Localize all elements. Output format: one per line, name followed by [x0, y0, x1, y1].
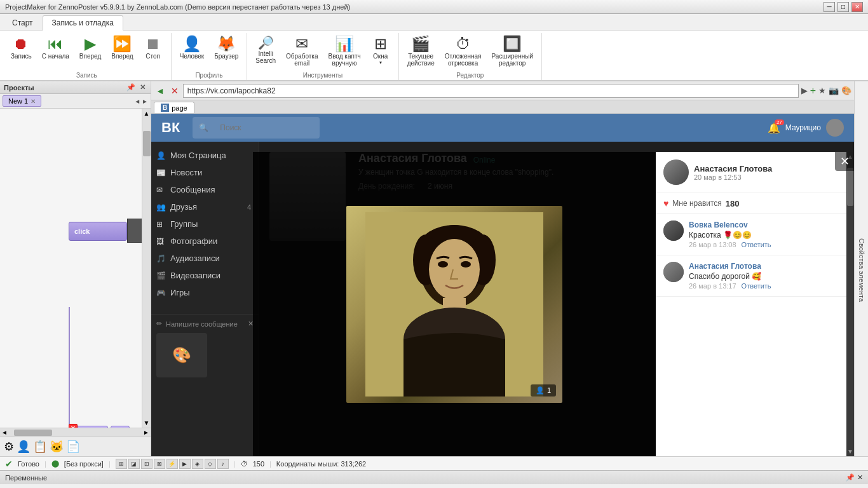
variables-close-button[interactable]: ✕: [857, 473, 863, 482]
node-red-x[interactable]: ✕: [69, 424, 78, 428]
resize-handle[interactable]: [130, 426, 135, 428]
browser-nav: ◄ ✕ ▶ + ★ 📷 🎨: [151, 81, 854, 100]
browser-button[interactable]: 🦊 Браузер: [210, 33, 243, 63]
vk-nav-photos[interactable]: 🖼 Фотографии: [151, 233, 259, 250]
panel-pin-button[interactable]: 📌: [125, 83, 137, 92]
delayed-draw-button[interactable]: ⏱ Отложеннаяотрисовка: [440, 33, 486, 70]
vscroll-up[interactable]: ▲: [142, 109, 151, 118]
vscroll-thumb[interactable]: [143, 131, 151, 156]
hscroll-left[interactable]: ◄: [1, 429, 8, 436]
current-action-button[interactable]: 🎬 Текущеедействие: [403, 33, 439, 70]
project-tab-new1[interactable]: New 1 ✕: [3, 95, 41, 107]
hscroll-thumb[interactable]: [14, 430, 52, 436]
record-button[interactable]: ⏺ Запись: [6, 33, 36, 63]
tab-arrow-left[interactable]: ◄: [134, 98, 140, 105]
comment-1-text: Красотка 🌹😊😊: [689, 231, 839, 240]
svg-point-8: [461, 261, 471, 268]
browser-tab-icon: B: [161, 104, 169, 112]
node-click1[interactable]: click: [69, 222, 127, 241]
panel-close-button[interactable]: ✕: [139, 83, 147, 92]
status-icon-3[interactable]: ⊡: [141, 459, 153, 469]
status-icon-8[interactable]: ◇: [205, 459, 216, 469]
status-toolbar-icons: ⊞ ◪ ⊡ ⊠ ⚡ ▶ ◈ ◇ ♪: [116, 459, 229, 469]
advanced-editor-button[interactable]: 🔲 Расширенныйредактор: [487, 33, 538, 70]
tab-start[interactable]: Старт: [3, 15, 43, 30]
comment-1-reply[interactable]: Ответить: [742, 241, 771, 248]
status-proxy: [Без прокси]: [64, 460, 104, 468]
status-icon-5[interactable]: ⚡: [166, 459, 178, 469]
cat-icon[interactable]: 🐱: [50, 440, 64, 454]
lightbox-close-button[interactable]: ✕: [835, 152, 854, 171]
vscroll-down[interactable]: ▼: [142, 418, 151, 428]
minimize-button[interactable]: ─: [824, 2, 835, 12]
vk-nav-news-label: Новости: [170, 168, 202, 177]
variables-pin-button[interactable]: 📌: [846, 473, 855, 482]
tab-arrow-right[interactable]: ►: [142, 98, 148, 105]
vk-nav-messages[interactable]: ✉ Сообщения: [151, 181, 259, 198]
list-icon[interactable]: 📄: [66, 440, 80, 454]
nav-stop-button[interactable]: ✕: [169, 86, 180, 96]
like-heart-icon[interactable]: ♥: [663, 198, 668, 208]
status-speed: 150: [253, 460, 264, 468]
status-icon-1[interactable]: ⊞: [116, 459, 127, 469]
maximize-button[interactable]: □: [837, 2, 849, 12]
photo-image[interactable]: 👤 1: [346, 206, 562, 403]
nav-go-button[interactable]: ▶: [801, 86, 808, 95]
comment-2-reply[interactable]: Ответить: [742, 282, 771, 290]
vk-nav-news[interactable]: 📰 Новости: [151, 164, 259, 181]
comment-2-author[interactable]: Анастасия Глотова: [689, 262, 839, 271]
browser-tab-page[interactable]: B page: [154, 102, 194, 113]
vk-nav-audio[interactable]: 🎵 Аудиозаписи: [151, 250, 259, 267]
nav-screenshot-button[interactable]: 📷: [829, 86, 839, 95]
user-icon[interactable]: 👤: [17, 440, 31, 454]
stop-button[interactable]: ⏹ Стоп: [139, 33, 167, 63]
forward-button[interactable]: ▶ Вперед: [75, 33, 105, 63]
vk-search-input[interactable]: [212, 119, 308, 136]
main-content: Проекты 📌 ✕ New 1 ✕ ◄ ► click: [0, 81, 868, 456]
close-button[interactable]: ✕: [851, 2, 863, 12]
vk-nav-friends-label: Друзья: [170, 202, 197, 212]
windows-button[interactable]: ⊞ Окна ▾: [367, 33, 395, 69]
status-icon-4[interactable]: ⊠: [154, 459, 165, 469]
nav-bookmark-button[interactable]: ★: [818, 86, 826, 95]
connector-line-1: [69, 307, 70, 424]
person-button[interactable]: 👤 Человек: [175, 33, 209, 63]
person-count-icon: 👤: [536, 386, 545, 395]
properties-label[interactable]: Свойства элемента: [855, 236, 868, 304]
address-bar[interactable]: [183, 84, 799, 98]
vk-nav-video[interactable]: 🎬 Видеозаписи: [151, 267, 259, 284]
nav-back-button[interactable]: ◄: [154, 86, 166, 96]
comment-1-author[interactable]: Вовка Belencov: [689, 220, 839, 229]
email-process-button[interactable]: ✉ Обработкаemail: [281, 33, 322, 70]
status-icon-9[interactable]: ♪: [217, 459, 229, 469]
nav-add-button[interactable]: +: [810, 85, 816, 97]
status-icon-7[interactable]: ◈: [192, 459, 203, 469]
status-icon-6[interactable]: ▶: [179, 459, 191, 469]
intelli-search-button[interactable]: 🔎 IntelliSearch: [251, 33, 280, 67]
vk-sidebar: 👤 Моя Страница 📰 Новости ✉ Сообщения 👥 Д…: [151, 142, 259, 456]
vk-nav-friends[interactable]: 👥 Друзья 4: [151, 198, 259, 215]
photo-comment-2: Анастасия Глотова Спасибо дорогой 🥰 26 м…: [656, 255, 846, 297]
canvas-hscroll[interactable]: ◄ ►: [0, 428, 151, 437]
from-start-button[interactable]: ⏮ С начала: [37, 33, 74, 63]
photo-likes-row: ♥ Мне нравится 180: [656, 193, 846, 214]
canvas-vscroll[interactable]: ▲ ▼: [142, 109, 151, 428]
photo-author-name[interactable]: Анастасия Глотова: [694, 164, 772, 173]
vk-scroll-down[interactable]: ▼: [846, 447, 854, 456]
notes-icon[interactable]: 📋: [33, 440, 47, 454]
vk-content: 👤 Моя Страница 📰 Новости ✉ Сообщения 👥 Д…: [151, 142, 854, 456]
status-icon-2[interactable]: ◪: [128, 459, 140, 469]
vk-nav-games[interactable]: 🎮 Игры: [151, 284, 259, 301]
vk-scrollbar[interactable]: ▲ ▼: [846, 152, 854, 456]
hscroll-right[interactable]: ►: [143, 429, 149, 436]
vk-nav-my-page[interactable]: 👤 Моя Страница: [151, 147, 259, 164]
nav-color-button[interactable]: 🎨: [841, 86, 851, 95]
node-equals2[interactable]: =): [111, 426, 130, 428]
vk-scroll-thumb[interactable]: [847, 168, 853, 206]
vk-nav-groups[interactable]: ⊞ Группы: [151, 215, 259, 233]
tab-record-debug[interactable]: Запись и отладка: [43, 15, 123, 30]
captcha-button[interactable]: 📊 Ввод каптчвручную: [323, 33, 365, 70]
settings-icon[interactable]: ⚙: [4, 440, 14, 454]
project-tab-close[interactable]: ✕: [31, 98, 36, 105]
forward2-button[interactable]: ⏩ Вперед: [107, 33, 137, 63]
